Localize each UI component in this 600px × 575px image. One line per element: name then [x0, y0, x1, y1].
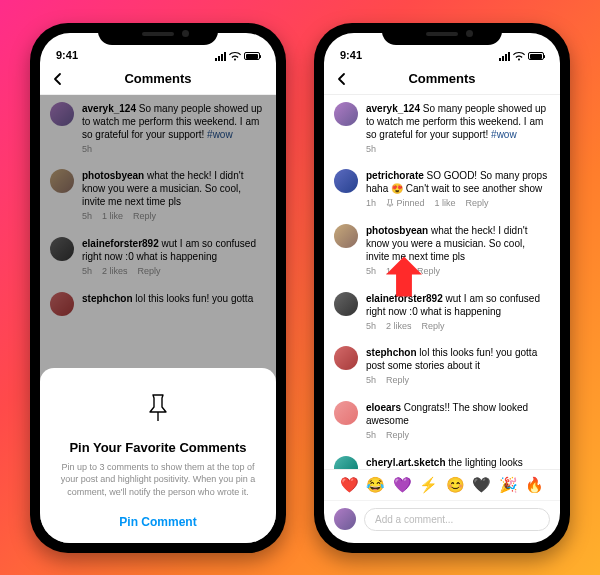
- comment-input[interactable]: Add a comment...: [364, 508, 550, 531]
- emoji-button[interactable]: 😂: [366, 476, 385, 494]
- page-title: Comments: [124, 71, 191, 86]
- emoji-button[interactable]: ⚡: [419, 476, 438, 494]
- battery-icon: [528, 52, 544, 60]
- composer-avatar: [334, 508, 356, 530]
- avatar: [334, 292, 358, 316]
- signal-icon: [499, 52, 510, 61]
- comment-row: stephchon lol this looks fun! you gotta …: [324, 339, 560, 394]
- battery-icon: [244, 52, 260, 60]
- wifi-icon: [229, 52, 241, 61]
- username[interactable]: cheryl.art.sketch: [366, 457, 446, 468]
- username[interactable]: photosbyean: [366, 225, 428, 236]
- signal-icon: [215, 52, 226, 61]
- comment-row: elaineforster892 wut I am so confused ri…: [324, 285, 560, 340]
- header: Comments: [324, 63, 560, 95]
- post-caption: averyk_124 So many people showed up to w…: [324, 95, 560, 163]
- composer: Add a comment...: [324, 500, 560, 543]
- reply-link[interactable]: Reply: [466, 198, 489, 210]
- comments-list-right: averyk_124 So many people showed up to w…: [324, 95, 560, 543]
- page-title: Comments: [408, 71, 475, 86]
- emoji-button[interactable]: 🔥: [525, 476, 544, 494]
- pin-icon: [139, 390, 177, 428]
- status-right: [499, 52, 544, 61]
- emoji-button[interactable]: ❤️: [340, 476, 359, 494]
- screen-right: 9:41 Comments averyk_124 So many people: [324, 33, 560, 543]
- notch: [382, 23, 502, 45]
- reply-link[interactable]: Reply: [422, 321, 445, 333]
- avatar: [334, 456, 358, 469]
- sheet-body: Pin up to 3 comments to show them at the…: [58, 461, 258, 499]
- emoji-button[interactable]: 🎉: [499, 476, 518, 494]
- phone-right: 9:41 Comments averyk_124 So many people: [314, 23, 570, 553]
- back-button[interactable]: [332, 69, 352, 89]
- chevron-left-icon: [335, 72, 349, 86]
- comment-row: eloears Congrats!! The show looked aweso…: [324, 394, 560, 449]
- emoji-button[interactable]: 💜: [393, 476, 412, 494]
- comment-row: photosbyean what the heck! I didn't know…: [324, 217, 560, 285]
- pin-small-icon: [386, 199, 394, 207]
- status-time: 9:41: [56, 49, 78, 61]
- emoji-button[interactable]: 😊: [446, 476, 465, 494]
- avatar: [334, 346, 358, 370]
- avatar: [334, 169, 358, 193]
- status-right: [215, 52, 260, 61]
- screen-left: 9:41 Comments averyk_124 So many people …: [40, 33, 276, 543]
- username[interactable]: petrichorate: [366, 170, 424, 181]
- wifi-icon: [513, 52, 525, 61]
- reply-link[interactable]: Reply: [386, 430, 409, 442]
- comment-row: cheryl.art.sketch the lighting looks sup…: [324, 449, 560, 469]
- username[interactable]: averyk_124: [366, 103, 420, 114]
- emoji-bar: ❤️ 😂 💜 ⚡ 😊 🖤 🎉 🔥: [324, 469, 560, 500]
- header: Comments: [40, 63, 276, 95]
- sheet-title: Pin Your Favorite Comments: [58, 440, 258, 455]
- avatar: [334, 224, 358, 248]
- pin-sheet: Pin Your Favorite Comments Pin up to 3 c…: [40, 368, 276, 543]
- chevron-left-icon: [51, 72, 65, 86]
- phone-left: 9:41 Comments averyk_124 So many people …: [30, 23, 286, 553]
- username[interactable]: eloears: [366, 402, 401, 413]
- avatar: [334, 102, 358, 126]
- avatar: [334, 401, 358, 425]
- notch: [98, 23, 218, 45]
- comments-list-left: averyk_124 So many people showed up to w…: [40, 95, 276, 543]
- reply-link[interactable]: Reply: [417, 266, 440, 278]
- status-time: 9:41: [340, 49, 362, 61]
- back-button[interactable]: [48, 69, 68, 89]
- emoji-button[interactable]: 🖤: [472, 476, 491, 494]
- pinned-badge: Pinned: [386, 198, 425, 210]
- hashtag[interactable]: #wow: [491, 129, 517, 140]
- reply-link[interactable]: Reply: [386, 375, 409, 387]
- comment-row-pinned: petrichorate SO GOOD! So many props haha…: [324, 162, 560, 217]
- pin-comment-button[interactable]: Pin Comment: [58, 515, 258, 529]
- username[interactable]: stephchon: [366, 347, 417, 358]
